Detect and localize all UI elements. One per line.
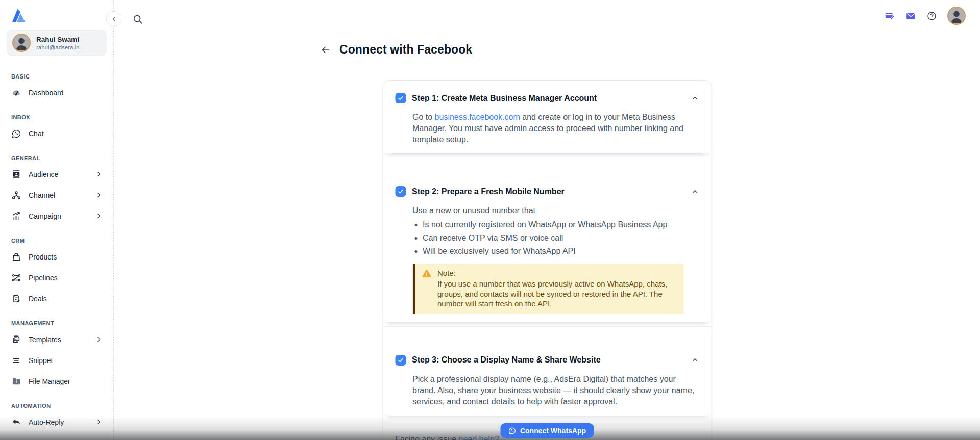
user-avatar bbox=[12, 34, 31, 52]
check-icon bbox=[397, 188, 404, 195]
sidebar-item-audience[interactable]: Audience bbox=[7, 164, 107, 185]
step-2-body: Use a new or unused number that Is not c… bbox=[412, 205, 696, 257]
step-2-header[interactable]: Step 2: Prepare a Fresh Mobile Number bbox=[395, 186, 699, 197]
step-1-checkbox[interactable] bbox=[395, 93, 406, 103]
billing-edit-button[interactable] bbox=[885, 11, 895, 21]
folder-icon bbox=[11, 376, 21, 386]
step-3-header[interactable]: Step 3: Choose a Display Name & Share We… bbox=[395, 355, 699, 366]
connect-whatsapp-label: Connect WhatsApp bbox=[520, 427, 586, 435]
sidebar-item-snippet[interactable]: Snippet bbox=[7, 350, 107, 371]
arrow-left-icon bbox=[320, 44, 331, 56]
sidebar-item-label: Snippet bbox=[29, 356, 53, 365]
check-icon bbox=[397, 95, 404, 101]
sidebar-item-products[interactable]: Products bbox=[7, 246, 107, 267]
user-meta: Rahul Swami rahul@adsera.in bbox=[36, 36, 80, 50]
business-facebook-link[interactable]: business.facebook.com bbox=[435, 113, 520, 121]
sidebar-nav: BASIC Dashboard INBOX Chat GENER bbox=[7, 73, 107, 432]
brand-logo[interactable] bbox=[7, 0, 107, 29]
sidebar-item-deals[interactable]: Deals bbox=[7, 288, 107, 309]
section-label-general: GENERAL bbox=[11, 155, 102, 161]
bullet-item: Will be exclusively used for WhatsApp AP… bbox=[423, 246, 696, 257]
help-icon bbox=[926, 11, 937, 21]
reply-arrow-icon bbox=[11, 417, 21, 427]
snippet-lines-icon bbox=[11, 355, 21, 366]
chevron-up-icon[interactable] bbox=[691, 188, 699, 196]
mail-icon bbox=[905, 11, 916, 21]
step-1-header[interactable]: Step 1: Create Meta Business Manager Acc… bbox=[395, 93, 699, 103]
help-button[interactable] bbox=[926, 11, 937, 21]
steps-card: Step 1: Create Meta Business Manager Acc… bbox=[382, 80, 712, 440]
chevron-left-icon bbox=[111, 16, 117, 22]
bullet-item: Can receive OTP via SMS or voice call bbox=[423, 232, 696, 244]
step-3-section: Step 3: Choose a Display Name & Share We… bbox=[383, 343, 711, 416]
warning-note: Note: If you use a number that was previ… bbox=[412, 264, 683, 314]
sidebar-item-label: Dashboard bbox=[29, 89, 64, 97]
sidebar-item-campaign[interactable]: Campaign bbox=[7, 205, 107, 226]
shopping-bag-icon bbox=[11, 252, 21, 262]
sidebar: Rahul Swami rahul@adsera.in BASIC Dashbo… bbox=[0, 0, 114, 440]
gauge-icon bbox=[11, 88, 21, 98]
step-3-title: Step 3: Choose a Display Name & Share We… bbox=[412, 355, 601, 365]
section-label-crm: CRM bbox=[11, 238, 102, 244]
step-3-checkbox[interactable] bbox=[395, 355, 406, 366]
chevron-up-icon[interactable] bbox=[691, 94, 699, 102]
sidebar-item-auto-reply[interactable]: Auto-Reply bbox=[7, 411, 107, 432]
sidebar-item-label: Chat bbox=[29, 130, 44, 138]
sidebar-item-file-manager[interactable]: File Manager bbox=[7, 371, 107, 392]
step-1-text-prefix: Go to bbox=[412, 113, 435, 121]
step-2-checkbox[interactable] bbox=[395, 186, 406, 197]
step-1-section: Step 1: Create Meta Business Manager Acc… bbox=[383, 81, 711, 153]
adsera-logo-icon bbox=[11, 8, 28, 23]
section-divider bbox=[383, 153, 711, 174]
section-label-inbox: INBOX bbox=[11, 114, 102, 120]
chevron-right-icon bbox=[95, 336, 102, 343]
sidebar-item-label: Pipelines bbox=[29, 274, 58, 282]
need-help-link[interactable]: need help? bbox=[459, 435, 499, 440]
warning-icon bbox=[422, 269, 431, 278]
step-2-bullet-list: Is not currently registered on WhatsApp … bbox=[423, 219, 696, 257]
search-icon bbox=[132, 14, 143, 25]
document-pen-icon bbox=[11, 294, 21, 304]
sidebar-item-label: Campaign bbox=[29, 212, 61, 220]
sidebar-item-label: Templates bbox=[29, 335, 61, 344]
user-name: Rahul Swami bbox=[36, 36, 80, 43]
section-label-automation: AUTOMATION bbox=[11, 403, 102, 409]
whatsapp-icon bbox=[11, 128, 21, 139]
back-button[interactable] bbox=[320, 44, 331, 56]
footer-text: Facing any issue bbox=[395, 435, 459, 440]
card-pencil-icon bbox=[885, 11, 895, 21]
sidebar-item-templates[interactable]: Templates bbox=[7, 329, 107, 350]
search-button[interactable] bbox=[132, 14, 143, 25]
topbar-avatar[interactable] bbox=[947, 7, 966, 25]
mail-button[interactable] bbox=[905, 11, 916, 21]
page-header: Connect with Facebook bbox=[320, 43, 472, 57]
topbar-actions bbox=[885, 0, 980, 32]
sidebar-item-channel[interactable]: Channel bbox=[7, 185, 107, 205]
sidebar-item-chat[interactable]: Chat bbox=[7, 123, 107, 144]
chart-trend-icon bbox=[11, 211, 21, 221]
sidebar-item-pipelines[interactable]: Pipelines bbox=[7, 267, 107, 288]
sidebar-item-dashboard[interactable]: Dashboard bbox=[7, 82, 107, 103]
step-3-body: Pick a professional display name (e.g., … bbox=[412, 374, 696, 407]
sidebar-item-label: Products bbox=[29, 253, 57, 261]
connect-whatsapp-button[interactable]: Connect WhatsApp bbox=[500, 423, 594, 438]
section-label-management: MANAGEMENT bbox=[11, 320, 102, 326]
sidebar-collapse-button[interactable] bbox=[106, 11, 121, 27]
chevron-up-icon[interactable] bbox=[691, 356, 699, 364]
sidebar-item-label: File Manager bbox=[29, 377, 70, 385]
chevron-right-icon bbox=[95, 171, 102, 177]
user-email: rahul@adsera.in bbox=[36, 44, 80, 50]
chevron-right-icon bbox=[95, 419, 102, 425]
whatsapp-icon bbox=[508, 427, 516, 435]
note-body: If you use a number that was previously … bbox=[437, 279, 667, 308]
step-1-body: Go to business.facebook.com and create o… bbox=[412, 112, 696, 145]
user-profile-card[interactable]: Rahul Swami rahul@adsera.in bbox=[7, 30, 107, 56]
step-1-title: Step 1: Create Meta Business Manager Acc… bbox=[412, 94, 597, 103]
step-2-title: Step 2: Prepare a Fresh Mobile Number bbox=[412, 187, 565, 196]
chevron-right-icon bbox=[95, 192, 102, 198]
templates-stack-icon bbox=[11, 334, 21, 345]
bullet-item: Is not currently registered on WhatsApp … bbox=[423, 219, 696, 230]
id-card-icon bbox=[11, 169, 21, 179]
check-icon bbox=[397, 357, 404, 364]
sidebar-item-label: Auto-Reply bbox=[29, 418, 64, 426]
